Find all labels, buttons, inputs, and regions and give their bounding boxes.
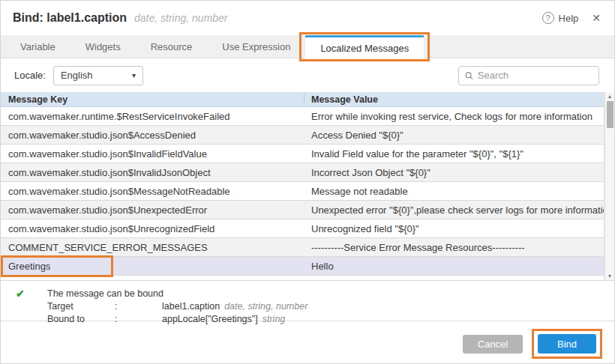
header-actions: ? Help ✕ xyxy=(542,12,601,24)
annotation-box-bind: Bind xyxy=(532,329,602,359)
tab-widgets[interactable]: Widgets xyxy=(70,35,136,58)
locale-select[interactable]: English ▾ xyxy=(53,66,143,85)
binding-status-panel: ✔ The message can be bound Target:label1… xyxy=(1,281,614,321)
dialog-header: Bind: label1.caption date, string, numbe… xyxy=(1,1,614,35)
table-row[interactable]: COMMENT_SERVICE_ERROR_MESSAGES ---------… xyxy=(1,238,604,257)
search-input[interactable] xyxy=(478,70,592,81)
table-row-selected-greetings[interactable]: Greetings Hello xyxy=(1,257,604,276)
status-message: The message can be bound xyxy=(47,288,308,300)
status-target-row: Target:label1.captiondate, string, numbe… xyxy=(47,300,308,313)
title-wrap: Bind: label1.caption date, string, numbe… xyxy=(13,11,228,25)
table-row[interactable]: com.wavemaker.studio.json$InvalidFieldVa… xyxy=(1,145,604,163)
status-bound-row: Bound to:appLocale["Greetings"]string xyxy=(47,313,308,326)
table-row[interactable]: com.wavemaker.studio.json$MessageNotRead… xyxy=(1,182,604,201)
bind-button[interactable]: Bind xyxy=(538,334,596,354)
title-type-hint: date, string, number xyxy=(134,12,228,24)
cancel-button[interactable]: Cancel xyxy=(463,335,523,354)
column-header-message-key: Message Key xyxy=(1,92,304,106)
locale-selected-value: English xyxy=(61,70,93,81)
tab-variable[interactable]: Variable xyxy=(5,35,70,58)
help-button[interactable]: ? Help xyxy=(542,12,579,24)
tab-use-expression[interactable]: Use Expression xyxy=(207,35,305,58)
scrollbar-track[interactable] xyxy=(605,100,614,272)
table-row[interactable]: com.wavemaker.studio.json$UnrecognizedFi… xyxy=(1,219,604,238)
tab-localized-messages[interactable]: Localized Messages xyxy=(305,35,424,58)
close-icon[interactable]: ✕ xyxy=(592,12,601,24)
locale-group: Locale: English ▾ xyxy=(14,66,143,85)
table-row[interactable]: com.wavemaker.runtime.$RestServiceInvoke… xyxy=(1,107,604,126)
table-row[interactable]: com.wavemaker.studio.json$InvalidJsonObj… xyxy=(1,163,604,182)
search-icon xyxy=(465,71,473,80)
vertical-scrollbar[interactable]: ▲ ▼ xyxy=(604,92,614,280)
bind-dialog: Bind: label1.caption date, string, numbe… xyxy=(0,0,615,364)
chevron-down-icon: ▾ xyxy=(132,71,136,79)
tab-localized-messages-label: Localized Messages xyxy=(320,43,409,54)
scroll-down-icon[interactable]: ▼ xyxy=(608,272,613,280)
search-box[interactable] xyxy=(458,66,599,85)
toolbar: Locale: English ▾ xyxy=(1,58,614,92)
locale-label: Locale: xyxy=(14,70,46,81)
help-icon: ? xyxy=(542,12,554,24)
table-header-row: Message Key Message Value xyxy=(1,92,604,107)
table-row[interactable]: com.wavemaker.studio.json$UnexpectedErro… xyxy=(1,201,604,219)
tab-bar: Variable Widgets Resource Use Expression… xyxy=(1,35,614,58)
messages-table: Message Key Message Value com.wavemaker.… xyxy=(1,92,614,281)
help-label: Help xyxy=(559,13,579,24)
page-title: Bind: label1.caption xyxy=(13,11,127,25)
scrollbar-thumb[interactable] xyxy=(607,101,614,128)
table-row[interactable]: com.wavemaker.studio.json$AccessDenied A… xyxy=(1,126,604,145)
check-icon: ✔ xyxy=(16,288,47,321)
column-header-message-value: Message Value xyxy=(304,92,604,106)
dialog-footer: Cancel Bind xyxy=(1,321,614,359)
scroll-up-icon[interactable]: ▲ xyxy=(608,92,613,100)
tab-resource[interactable]: Resource xyxy=(136,35,208,58)
